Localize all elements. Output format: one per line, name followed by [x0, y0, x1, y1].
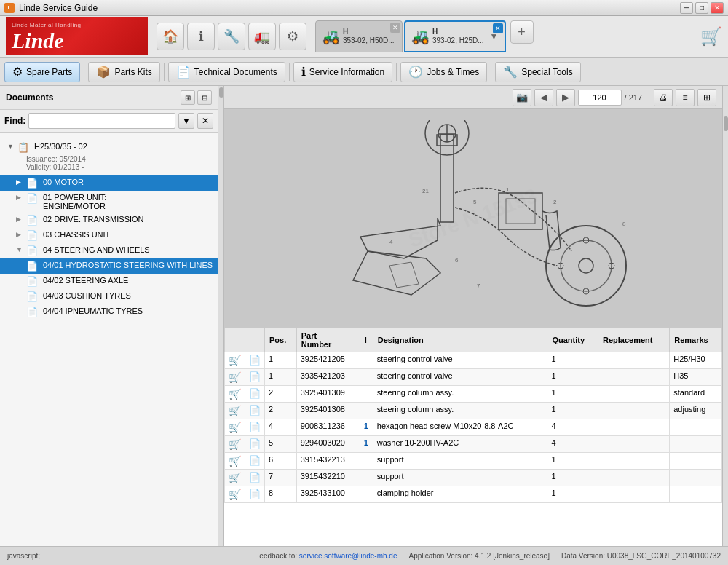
- add-to-cart-icon[interactable]: 🛒: [229, 472, 241, 483]
- maximize-button[interactable]: □: [695, 2, 708, 14]
- minimize-button[interactable]: ─: [680, 2, 693, 14]
- doc-cell[interactable]: 📄: [245, 486, 265, 503]
- sidebar-scrollbar[interactable]: [218, 86, 224, 546]
- cart-icon[interactable]: 🛒: [700, 26, 722, 47]
- print-button[interactable]: 🖨: [654, 89, 673, 106]
- cart-cell[interactable]: 🛒: [225, 453, 245, 470]
- pos-cell: 2: [265, 386, 297, 403]
- home-nav-button[interactable]: 🏠: [157, 23, 184, 50]
- table-row: 🛒 📄 2 3925401309 steering column assy. 1…: [225, 386, 722, 403]
- feedback-email[interactable]: service.software@linde-mh.de: [299, 552, 397, 560]
- filter-button[interactable]: ▼: [178, 113, 194, 129]
- tree-item-cushion[interactable]: 📄 04/03 CUSHION TYRES: [0, 289, 218, 304]
- cart-cell[interactable]: 🛒: [225, 403, 245, 419]
- cart-cell[interactable]: 🛒: [225, 436, 245, 453]
- window-controls[interactable]: ─ □ ✕: [680, 2, 724, 14]
- add-to-cart-icon[interactable]: 🛒: [229, 388, 241, 400]
- cart-cell[interactable]: 🛒: [225, 486, 245, 503]
- expand-all-button[interactable]: ⊞: [181, 90, 195, 105]
- cart-cell[interactable]: 🛒: [225, 369, 245, 386]
- grid-view-button[interactable]: ⊞: [697, 89, 716, 106]
- status-left: javascript;: [7, 552, 40, 560]
- tree-item-hydro[interactable]: 📄 04/01 HYDROSTATIC STEERING WITH LINES: [0, 258, 218, 274]
- spare-parts-button[interactable]: ⚙ Spare Parts: [4, 62, 80, 82]
- tab-close-1[interactable]: ✕: [390, 23, 400, 33]
- technical-docs-label: Technical Documents: [194, 67, 277, 77]
- tab-close-2[interactable]: ✕: [493, 23, 503, 33]
- tree-item-drive[interactable]: ▶ 📄 02 DRIVE: TRANSMISSION: [0, 213, 218, 228]
- indicator-cell: 1: [360, 419, 373, 436]
- cushion-icon: 📄: [26, 291, 38, 302]
- doc-meta: Issuance: 05/2014 Validity: 01/2013 -: [6, 155, 212, 174]
- special-tools-button[interactable]: 🔧 Special Tools: [495, 62, 581, 82]
- replacement-cell: [598, 486, 669, 503]
- quantity-cell: 1: [547, 352, 598, 369]
- next-page-button[interactable]: ▶: [556, 89, 575, 106]
- add-to-cart-icon[interactable]: 🛒: [229, 371, 241, 383]
- tab-h353[interactable]: ✕ 🚜 H 353-02, H50D...: [315, 20, 403, 52]
- doc-cell[interactable]: 📄: [245, 352, 265, 369]
- doc-cell[interactable]: 📄: [245, 453, 265, 470]
- prev-page-button[interactable]: ◀: [534, 89, 553, 106]
- part-number-cell: 3925401309: [296, 386, 360, 403]
- add-to-cart-icon[interactable]: 🛒: [229, 489, 241, 500]
- search-input[interactable]: [28, 113, 175, 129]
- pos-cell: 4: [265, 419, 297, 436]
- tree-item-pneumatic[interactable]: 📄 04/04 IPNEUMATIC TYRES: [0, 304, 218, 320]
- table-row: 🛒 📄 7 3915432210 support 1: [225, 470, 722, 486]
- tab-h393[interactable]: ✕ 🚜 H 393-02, H25D... ▼: [404, 20, 506, 52]
- right-scrollbar[interactable]: [722, 86, 728, 546]
- power-arrow: ▶: [16, 194, 23, 201]
- filter-clear-button[interactable]: ✕: [197, 113, 213, 129]
- page-number-input[interactable]: [578, 90, 622, 106]
- pos-cell: 8: [265, 486, 297, 503]
- list-view-button[interactable]: ≡: [676, 89, 695, 106]
- add-to-cart-icon[interactable]: 🛒: [229, 422, 241, 433]
- doc-cell[interactable]: 📄: [245, 403, 265, 419]
- scrollbar-thumb[interactable]: [219, 87, 223, 98]
- doc-cell[interactable]: 📄: [245, 369, 265, 386]
- cart-cell[interactable]: 🛒: [225, 352, 245, 369]
- wrench-nav-button[interactable]: 🔧: [218, 23, 245, 50]
- col-cart: [225, 328, 245, 352]
- doc-cell[interactable]: 📄: [245, 419, 265, 436]
- add-to-cart-icon[interactable]: 🛒: [229, 355, 241, 366]
- tree-item-chassis[interactable]: ▶ 📄 03 CHASSIS UNIT: [0, 228, 218, 243]
- doc-root[interactable]: ▼ 📋 H25/30/35 - 02: [6, 140, 212, 155]
- doc-cell[interactable]: 📄: [245, 436, 265, 453]
- add-tab-button[interactable]: +: [510, 20, 534, 44]
- add-to-cart-icon[interactable]: 🛒: [229, 405, 241, 416]
- doc-cell[interactable]: 📄: [245, 470, 265, 486]
- tree-item-axle[interactable]: 📄 04/02 STEERING AXLE: [0, 274, 218, 289]
- info-nav-button[interactable]: ℹ: [187, 23, 215, 50]
- jobs-times-button[interactable]: 🕐 Jobs & Times: [400, 62, 487, 82]
- add-to-cart-icon[interactable]: 🛒: [229, 455, 241, 467]
- cart-cell[interactable]: 🛒: [225, 419, 245, 436]
- gear-nav-button[interactable]: ⚙: [279, 23, 306, 50]
- pos-cell: 7: [265, 470, 297, 486]
- add-to-cart-icon[interactable]: 🛒: [229, 438, 241, 450]
- search-label: Find:: [4, 116, 25, 126]
- table-row: 🛒 📄 1 3925421205 steering control valve …: [225, 352, 722, 369]
- right-scrollbar-thumb[interactable]: [724, 116, 728, 131]
- cart-cell[interactable]: 🛒: [225, 470, 245, 486]
- tree-item-power[interactable]: ▶ 📄 01 POWER UNIT:ENGINE/MOTOR: [0, 191, 218, 213]
- quantity-cell: 4: [547, 419, 598, 436]
- parts-kits-button[interactable]: 📦 Parts Kits: [88, 62, 159, 82]
- truck-nav-button[interactable]: 🚛: [248, 23, 276, 50]
- cart-cell[interactable]: 🛒: [225, 386, 245, 403]
- hydro-icon: 📄: [26, 261, 38, 272]
- sidebar-tools[interactable]: ⊞ ⊟: [181, 90, 212, 105]
- doc-cell[interactable]: 📄: [245, 386, 265, 403]
- table-scroll[interactable]: Pos. PartNumber I Designation Quantity R…: [224, 328, 722, 546]
- technical-docs-button[interactable]: 📄 Technical Documents: [168, 62, 285, 82]
- quantity-cell: 4: [547, 436, 598, 453]
- tree-item-steering[interactable]: ▼ 📄 04 STEERING AND WHEELS: [0, 243, 218, 258]
- close-button[interactable]: ✕: [711, 2, 724, 14]
- service-info-label: Service Information: [309, 67, 384, 77]
- tree-item-motor[interactable]: ▶ 📄 00 MOTOR: [0, 175, 218, 191]
- nav-icons[interactable]: 🏠 ℹ 🔧 🚛 ⚙: [157, 23, 306, 50]
- service-info-button[interactable]: ℹ Service Information: [293, 62, 392, 82]
- page-cam-button[interactable]: 📷: [513, 89, 531, 106]
- collapse-all-button[interactable]: ⊟: [197, 90, 212, 105]
